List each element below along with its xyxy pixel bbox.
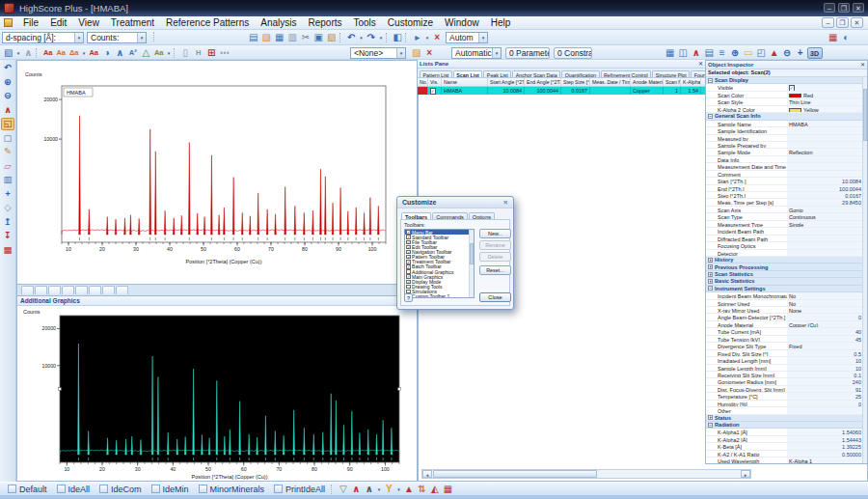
- profile-fit-icon[interactable]: ∧: [114, 47, 127, 60]
- chevron-down-icon[interactable]: ▾: [15, 50, 22, 56]
- checkbox[interactable]: ✓: [406, 230, 411, 235]
- preset-button-default[interactable]: Default: [3, 483, 52, 495]
- property-row[interactable]: Tube Tension [kV]45: [706, 336, 863, 343]
- checkbox[interactable]: [406, 269, 411, 274]
- property-row[interactable]: K-Beta [Å]1.39225: [706, 443, 863, 450]
- property-value[interactable]: No: [787, 300, 863, 306]
- restore-child-icon[interactable]: ❐: [836, 17, 849, 28]
- property-row[interactable]: Scan TypeContinuous: [706, 213, 863, 220]
- inspector-section-general-scan-info[interactable]: −General Scan Info: [706, 113, 863, 120]
- compare-grid-icon[interactable]: ⊞: [205, 47, 219, 60]
- property-value[interactable]: Fixed: [787, 343, 863, 348]
- property-value[interactable]: [787, 156, 863, 162]
- filter-icon[interactable]: ▽: [337, 483, 350, 495]
- property-row[interactable]: Incident Beam Path: [706, 228, 863, 235]
- toolbar-list-item[interactable]: Custom Toolbar 1: [405, 294, 474, 298]
- property-value[interactable]: No: [787, 292, 863, 298]
- help-button[interactable]: ?: [404, 293, 413, 302]
- grid-tool-icon[interactable]: ▦: [1, 243, 14, 256]
- chevron-down-icon[interactable]: ▾: [478, 33, 487, 42]
- property-value[interactable]: Reflection: [787, 149, 863, 154]
- main-graphics-tab-7[interactable]: [102, 286, 115, 294]
- table-view-icon[interactable]: ▦: [664, 47, 677, 60]
- menu-analysis[interactable]: Analysis: [255, 16, 302, 30]
- property-value[interactable]: 10: [787, 365, 863, 371]
- property-row[interactable]: Step [°2Th.]0.0167: [706, 192, 863, 199]
- property-row[interactable]: Fixed Div. Slit Size [°]0.5: [706, 350, 863, 357]
- lists-tab-quantification[interactable]: Quantification: [561, 70, 599, 78]
- main-graphics-tab-2[interactable]: [35, 286, 47, 294]
- inspector-section-previous-processing[interactable]: +Previous Processing: [706, 263, 863, 270]
- table-row[interactable]: ✓HMABA10.0084100.00440.0167Copper11.54: [418, 87, 705, 95]
- chevron-down-icon[interactable]: ▾: [395, 486, 402, 492]
- property-value[interactable]: 0.50000: [787, 451, 863, 457]
- property-row[interactable]: K-Alpha 2 ColorYellow: [706, 106, 863, 113]
- minimize-icon[interactable]: –: [824, 3, 835, 13]
- property-row[interactable]: Scan ColorRed: [706, 92, 863, 98]
- lists-tab-structure-plot[interactable]: Structure Plot: [652, 70, 690, 78]
- property-value[interactable]: 0.5: [787, 350, 863, 356]
- zoom-in-view-icon[interactable]: ⊕: [729, 47, 743, 60]
- property-value[interactable]: [787, 250, 863, 256]
- zoom-corner-icon[interactable]: ◰: [755, 47, 769, 60]
- chevron-down-icon[interactable]: ▾: [166, 50, 173, 56]
- chevron-down-icon[interactable]: ▾: [424, 35, 431, 41]
- property-row[interactable]: Sample Identification: [706, 127, 863, 134]
- checkbox[interactable]: ✓: [406, 260, 411, 264]
- lists-tab-pattern-list[interactable]: Pattern List: [420, 70, 452, 78]
- property-value[interactable]: 1.54060: [787, 429, 863, 434]
- header-icon[interactable]: H: [192, 47, 205, 60]
- undo-icon[interactable]: ↶: [345, 32, 359, 44]
- smooth-profile-icon[interactable]: ∧: [22, 47, 36, 60]
- dspacing-combo[interactable]: d-spacing [Å]:▾: [2, 32, 84, 43]
- property-value[interactable]: 10: [787, 357, 863, 363]
- peak-search-icon[interactable]: △: [140, 47, 153, 60]
- autom-combo[interactable]: Autom▾: [446, 32, 488, 43]
- property-value[interactable]: Copper (Cu): [787, 321, 863, 327]
- property-value[interactable]: 0: [787, 401, 863, 406]
- visible-checkbox[interactable]: ✓: [430, 88, 436, 95]
- inspector-section-basic-statistics[interactable]: +Basic Statistics: [706, 278, 863, 285]
- property-value[interactable]: 100.0044: [787, 185, 863, 191]
- peaks-icon[interactable]: ▲: [402, 483, 416, 495]
- close-child-icon[interactable]: ✕: [851, 17, 863, 28]
- zoom-out-view-icon[interactable]: ⊖: [781, 47, 795, 60]
- property-value[interactable]: Yellow: [787, 106, 863, 112]
- save-icon[interactable]: ▦: [273, 32, 286, 44]
- property-row[interactable]: Spinner UsedNo: [706, 300, 863, 307]
- annotate-icon[interactable]: Aa: [152, 47, 166, 60]
- property-row[interactable]: K-Alpha1 [Å]1.54060: [706, 429, 863, 435]
- main-graphics-tab-5[interactable]: [75, 286, 88, 294]
- chevron-down-icon[interactable]: ▾: [74, 33, 83, 42]
- property-row[interactable]: Measured by: [706, 135, 863, 142]
- pan-tool-icon[interactable]: +: [1, 187, 14, 200]
- menu-help[interactable]: Help: [485, 16, 517, 30]
- property-row[interactable]: Receiving Slit Size [mm]0.1: [706, 372, 863, 378]
- main-graphics-tab-6[interactable]: [89, 286, 101, 294]
- checkbox[interactable]: ✓: [789, 85, 795, 90]
- insert-object-icon[interactable]: ▸: [411, 32, 424, 44]
- menu-reports[interactable]: Reports: [302, 16, 347, 30]
- property-row[interactable]: Angle Beam-Detector [°2Th.]0: [706, 314, 863, 320]
- inspector-section-scan-display[interactable]: −Scan Display: [706, 77, 863, 84]
- insert-peak-tool-icon[interactable]: ↥: [1, 215, 14, 228]
- expand-icon[interactable]: +: [708, 264, 713, 269]
- minimize-child-icon[interactable]: –: [822, 17, 834, 28]
- property-row[interactable]: Other: [706, 407, 863, 414]
- document-properties-icon[interactable]: ◧: [392, 32, 405, 44]
- menu-edit[interactable]: Edit: [44, 16, 72, 30]
- property-row[interactable]: Dist. Focus-Diverg. Slit [mm]91: [706, 386, 863, 393]
- property-value[interactable]: 45: [787, 336, 863, 342]
- inspector-section-instrument-settings[interactable]: −Instrument Settings: [706, 286, 863, 292]
- property-value[interactable]: 0.0167: [787, 192, 863, 198]
- property-row[interactable]: Scan StyleThin Line: [706, 98, 863, 105]
- property-row[interactable]: Data Info: [706, 156, 863, 163]
- preset-button-idecom[interactable]: IdeCom: [95, 483, 147, 495]
- peaks-view-icon[interactable]: ▲: [768, 47, 781, 60]
- property-row[interactable]: Irradiated Length [mm]10: [706, 357, 863, 364]
- paste-icon[interactable]: ▧: [325, 32, 339, 44]
- expand-icon[interactable]: +: [708, 279, 713, 284]
- collapse-icon[interactable]: −: [708, 114, 713, 119]
- label-delta-icon[interactable]: Δa: [68, 47, 81, 60]
- close-icon[interactable]: ✕: [860, 61, 865, 69]
